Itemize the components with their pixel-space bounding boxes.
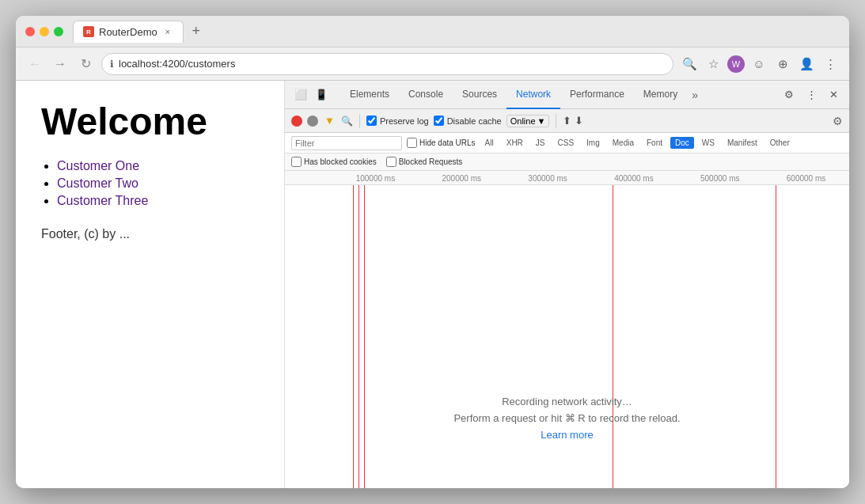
filter-css[interactable]: CSS (553, 137, 579, 149)
devtools-tab-bar: ⬜ 📱 Elements Console Sources Network (285, 81, 849, 109)
tab-sources[interactable]: Sources (453, 81, 506, 109)
list-item: Customer Three (57, 194, 259, 208)
blocked-bar: Has blocked cookies Blocked Requests (285, 153, 849, 171)
inspect-icon[interactable]: ⬜ (291, 85, 310, 104)
ruler-mark: 600000 ms (763, 174, 849, 183)
forward-button[interactable]: → (51, 55, 70, 74)
devtools-more-icon[interactable]: ⋮ (802, 85, 821, 104)
learn-more-link[interactable]: Learn more (541, 429, 593, 441)
browser-window: R RouterDemo × + ← → ↻ ℹ localhost:4200/… (16, 16, 849, 488)
more-tabs-button[interactable]: » (687, 89, 703, 101)
extensions-icon[interactable]: ⊕ (773, 55, 792, 74)
filter-input[interactable] (291, 136, 402, 150)
tab-console[interactable]: Console (399, 81, 453, 109)
page-footer: Footer, (c) by ... (41, 227, 259, 241)
filter-type-buttons: All XHR JS CSS Img Media Font Doc WS Man… (480, 137, 795, 149)
filter-xhr[interactable]: XHR (502, 137, 528, 149)
address-bar: ← → ↻ ℹ localhost:4200/customers 🔍 ☆ W ☺… (16, 47, 849, 81)
title-bar: R RouterDemo × + (16, 16, 849, 47)
export-icon[interactable]: ⬇ (575, 115, 583, 127)
devtools-toolbar2: ▼ 🔍 Preserve log Disable cache Online ▼ … (285, 109, 849, 133)
red-line-4 (613, 185, 613, 488)
active-tab[interactable]: R RouterDemo × (73, 21, 184, 43)
disable-cache-checkbox[interactable]: Disable cache (434, 116, 502, 126)
filter-other[interactable]: Other (765, 137, 795, 149)
devtools-right-icons: ⚙ ⋮ ✕ (780, 85, 843, 104)
customer-list: Customer One Customer Two Customer Three (41, 159, 259, 208)
empty-state: Recording network activity… Perform a re… (453, 396, 680, 441)
devtools-filter-bar: Hide data URLs All XHR JS CSS Img Media … (285, 133, 849, 153)
ruler-mark: 500000 ms (677, 174, 763, 183)
traffic-lights (25, 27, 63, 36)
ruler-mark: 100000 ms (332, 174, 419, 183)
tab-network[interactable]: Network (506, 81, 560, 109)
filter-icon[interactable]: ▼ (323, 115, 336, 127)
search-icon[interactable]: 🔍 (341, 116, 353, 127)
address-icons: 🔍 ☆ W ☺ ⊕ 👤 ⋮ (680, 55, 840, 74)
filter-all[interactable]: All (480, 137, 499, 149)
empty-state-line1: Recording network activity… (453, 396, 680, 407)
close-button[interactable] (25, 27, 35, 36)
customer-two-link[interactable]: Customer Two (57, 176, 138, 190)
throttle-select[interactable]: Online ▼ (506, 115, 550, 127)
filter-font[interactable]: Font (642, 137, 667, 149)
ruler-mark: 400000 ms (590, 174, 677, 183)
smiley-icon[interactable]: ☺ (749, 55, 768, 74)
customer-one-link[interactable]: Customer One (57, 159, 139, 172)
minimize-button[interactable] (40, 27, 49, 36)
blocked-requests-checkbox[interactable]: Blocked Requests (386, 157, 463, 167)
refresh-button[interactable]: ↻ (76, 55, 95, 74)
page-title: Welcome (41, 100, 259, 143)
network-settings-icon[interactable]: ⚙ (833, 115, 843, 127)
browser-content: Welcome Customer One Customer Two Custom… (16, 81, 849, 488)
customer-three-link[interactable]: Customer Three (57, 194, 148, 207)
red-line-1 (353, 185, 354, 488)
devtools-settings-icon[interactable]: ⚙ (780, 85, 799, 104)
filter-img[interactable]: Img (582, 137, 605, 149)
ruler-marks: 100000 ms 200000 ms 300000 ms 400000 ms … (285, 174, 849, 183)
timeline-content: Recording network activity… Perform a re… (285, 185, 849, 488)
import-export-icons: ⬆ ⬇ (563, 115, 583, 127)
hide-data-urls-checkbox[interactable]: Hide data URLs (407, 138, 476, 148)
empty-state-line2: Perform a request or hit ⌘ R to record t… (453, 412, 680, 424)
list-item: Customer Two (57, 176, 259, 191)
tab-memory[interactable]: Memory (634, 81, 687, 109)
profile-avatar[interactable]: W (727, 55, 745, 73)
filter-doc[interactable]: Doc (670, 137, 694, 149)
devtools-tabs: Elements Console Sources Network Perform… (340, 81, 776, 109)
divider (359, 114, 360, 128)
devtools-panel-icons: ⬜ 📱 (291, 85, 331, 104)
filter-js[interactable]: JS (531, 137, 550, 149)
url-bar[interactable]: ℹ localhost:4200/customers (101, 53, 673, 75)
import-icon[interactable]: ⬆ (563, 115, 571, 127)
record-button[interactable] (291, 116, 302, 127)
tab-close-button[interactable]: × (162, 26, 173, 37)
more-icon[interactable]: ⋮ (821, 55, 840, 74)
tab-title: RouterDemo (99, 26, 157, 38)
new-tab-button[interactable]: + (187, 22, 206, 41)
devtools-close-icon[interactable]: ✕ (824, 85, 843, 104)
search-icon[interactable]: 🔍 (680, 55, 699, 74)
timeline-ruler: 100000 ms 200000 ms 300000 ms 400000 ms … (285, 171, 849, 185)
filter-media[interactable]: Media (608, 137, 639, 149)
has-blocked-cookies-checkbox[interactable]: Has blocked cookies (291, 157, 377, 167)
divider (556, 114, 556, 128)
stop-button[interactable] (307, 116, 318, 127)
url-text: localhost:4200/customers (119, 58, 235, 70)
page-content: Welcome Customer One Customer Two Custom… (16, 81, 285, 488)
preserve-log-checkbox[interactable]: Preserve log (366, 116, 429, 126)
maximize-button[interactable] (54, 27, 63, 36)
filter-manifest[interactable]: Manifest (723, 137, 762, 149)
filter-ws[interactable]: WS (697, 137, 719, 149)
back-button[interactable]: ← (25, 55, 44, 74)
devtools-panel: ⬜ 📱 Elements Console Sources Network (285, 81, 849, 488)
device-icon[interactable]: 📱 (312, 85, 331, 104)
account-icon[interactable]: 👤 (797, 55, 816, 74)
tab-elements[interactable]: Elements (340, 81, 399, 109)
red-line-3 (364, 185, 365, 488)
bookmark-icon[interactable]: ☆ (704, 55, 723, 74)
tab-bar: R RouterDemo × + (73, 21, 840, 43)
red-line-2 (359, 185, 359, 488)
tab-performance[interactable]: Performance (560, 81, 634, 109)
red-line-5 (776, 185, 776, 488)
